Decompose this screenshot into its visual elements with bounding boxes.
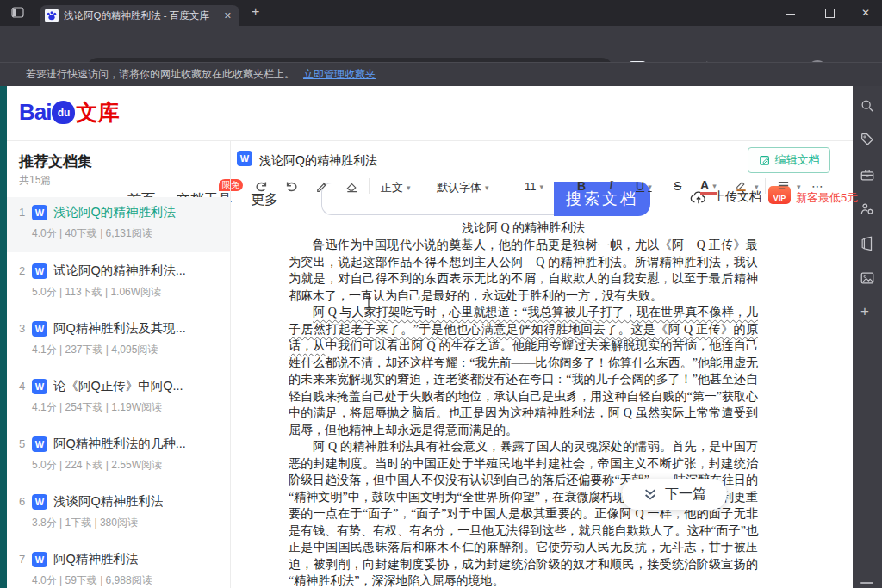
item-number: 3 (19, 322, 32, 335)
sidebar-office-icon[interactable] (860, 236, 875, 251)
sidebar-divider (230, 141, 231, 588)
font-color-button[interactable]: A (700, 179, 717, 195)
browser-titlebar: 浅论阿Q的精神胜利法 - 百度文库 ✕ + ✕ (0, 0, 882, 26)
word-doc-icon: W (32, 552, 47, 567)
item-meta: 4.0分 | 59下载 | 6,988阅读 (32, 573, 230, 588)
item-title[interactable]: 浅论阿Q的精神胜利法 (53, 204, 176, 220)
item-number: 7 (19, 553, 32, 566)
doc-paragraph-1: 鲁迅作为中国现代小说的奠基人，他的作品更是独树一帜，尤以《阿 Q 正传》最为突出… (289, 237, 758, 304)
item-meta: 5.0分 | 113下载 | 1.06W阅读 (32, 285, 230, 300)
sidebar-search-icon[interactable] (860, 98, 875, 114)
header-divider (7, 140, 853, 141)
item-title[interactable]: 阿Q精神胜利法及其现... (53, 320, 186, 337)
undo-icon[interactable] (284, 179, 299, 194)
sidebar-tools-icon[interactable] (860, 167, 875, 183)
item-number: 4 (19, 380, 32, 393)
doc-heading: 浅论阿 Q 的精神胜利法 (289, 219, 758, 237)
word-doc-icon: W (32, 379, 47, 394)
item-meta: 3.8分 | 1下载 | 380阅读 (32, 516, 230, 530)
sidebar-image-icon[interactable] (860, 270, 875, 286)
doc-toolbar: 正文 默认字体 11 B I U S A ⋯ (233, 172, 848, 203)
workspaces-icon[interactable] (11, 7, 24, 18)
doclist-item-3[interactable]: 3W阿Q精神胜利法及其现... 4.1分 | 237下载 | 4,095阅读 (7, 313, 230, 368)
sidebar-hide-handle[interactable] (860, 582, 873, 584)
sidebar-games-icon[interactable] (860, 201, 875, 217)
window-close-button[interactable]: ✕ (861, 7, 870, 19)
italic-button[interactable]: I (609, 179, 613, 193)
item-meta: 4.1分 | 237下载 | 4,095阅读 (32, 343, 230, 357)
doclist-item-5[interactable]: 5W阿Q精神胜利法的几种... 5.0分 | 224下载 | 2.55W阅读 (7, 429, 230, 484)
word-doc-icon: W (32, 436, 47, 452)
doclist-count: 共15篇 (19, 173, 51, 188)
wenku-header: Bai du 文库 首页 文档工具 限免 更多 搜索文档 上传文档 VIP 新客… (7, 86, 853, 140)
item-title[interactable]: 阿Q精神胜利法的几种... (53, 436, 186, 452)
bold-button[interactable]: B (577, 179, 586, 193)
word-doc-icon: W (32, 263, 47, 279)
doclist-item-1[interactable]: 1W浅论阿Q的精神胜利法 4.0分 | 40下载 | 6,131阅读 (7, 197, 230, 252)
new-tab-button[interactable]: + (252, 4, 259, 20)
word-doc-icon: W (32, 321, 47, 337)
browser-toolbar: ← https://wenku.baidu.com/view/8dc648cdb… (0, 26, 882, 62)
underline-button[interactable]: U (636, 179, 652, 193)
doclist-item-7[interactable]: 7W阿Q精神胜利法 4.0分 | 59下载 | 6,988阅读 (7, 544, 230, 588)
strikethrough-button[interactable]: S (674, 179, 681, 193)
item-number: 2 (19, 264, 32, 277)
sidebar-add-icon[interactable]: + (860, 303, 869, 320)
item-number: 6 (19, 495, 32, 508)
redo-icon[interactable] (254, 179, 269, 194)
text-cursor-ibeam (365, 297, 372, 309)
item-number: 1 (19, 206, 32, 219)
logo-bai-text: Bai (19, 99, 51, 126)
doclist-title: 推荐文档集 (19, 152, 92, 171)
font-size-dropdown[interactable]: 11 (525, 180, 543, 193)
window-maximize-button[interactable] (825, 9, 835, 18)
tab-close-icon[interactable]: ✕ (221, 10, 234, 22)
doc-paragraph-3: 阿 Q 的精神胜利法具有社会意义，暴露了国人的灵魂深处的懦弱。首先，是中国万恶的… (289, 438, 758, 588)
item-title[interactable]: 论《阿Q正传》中阿Q... (53, 378, 183, 394)
item-number: 5 (19, 437, 32, 450)
toolbar-separator (369, 178, 370, 194)
item-meta: 4.1分 | 254下载 | 1.19W阅读 (32, 400, 230, 415)
tab-title: 浅论阿Q的精神胜利法 - 百度文库 (64, 9, 216, 22)
doclist-item-6[interactable]: 6W浅谈阿Q精神胜利法 3.8分 | 1下载 | 380阅读 (7, 486, 230, 542)
highlight-color-button[interactable] (735, 179, 758, 193)
browser-tab[interactable]: 浅论阿Q的精神胜利法 - 百度文库 ✕ (40, 5, 239, 26)
eraser-icon[interactable] (345, 179, 359, 194)
next-article-label: 下一篇 (665, 486, 706, 504)
font-family-dropdown[interactable]: 默认字体 (437, 180, 489, 195)
tab-favicon-icon (45, 9, 59, 22)
format-painter-icon[interactable] (314, 179, 329, 194)
doc-word-icon: W (237, 151, 252, 166)
doclist-item-4[interactable]: 4W论《阿Q正传》中阿Q... 4.1分 | 254下载 | 1.19W阅读 (7, 371, 230, 426)
edit-pencil-icon (759, 154, 771, 166)
doc-paragraph-2: 阿 Q 与人家打架吃亏时，心里就想道：“我总算被儿子打了，现在世界真不像样，儿子… (289, 304, 758, 438)
wenku-logo[interactable]: Bai du 文库 (19, 98, 119, 127)
item-meta: 5.0分 | 224下载 | 2.55W阅读 (32, 458, 230, 473)
paragraph-style-dropdown[interactable]: 正文 (381, 180, 411, 195)
edit-doc-label: 编辑文档 (775, 152, 820, 168)
doc-title: 浅论阿Q的精神胜利法 (259, 153, 377, 169)
edit-doc-button[interactable]: 编辑文档 (748, 147, 830, 173)
item-title[interactable]: 浅谈阿Q精神胜利法 (53, 493, 163, 510)
item-title[interactable]: 阿Q精神胜利法 (53, 551, 138, 567)
sidebar-shopping-icon[interactable] (860, 132, 875, 147)
window-minimize-button[interactable] (786, 14, 795, 15)
desktop-edge-strip (0, 86, 7, 588)
align-dropdown[interactable] (777, 179, 800, 193)
doclist-item-2[interactable]: 2W试论阿Q的精神胜利法... 5.0分 | 113下载 | 1.06W阅读 (7, 256, 230, 311)
baidu-paw-icon: du (52, 101, 75, 124)
next-article-button[interactable]: 下一篇 (622, 479, 727, 510)
item-title[interactable]: 试论阿Q的精神胜利法... (53, 263, 186, 279)
favorites-notification-bar: 若要进行快速访问，请将你的网址收藏放在此收藏夹栏上。 立即管理收藏夹 (0, 62, 882, 86)
toolbar-bottom-divider (233, 207, 848, 207)
toolbar-separator (765, 178, 766, 194)
edge-sidebar: + (853, 86, 882, 588)
word-doc-icon: W (32, 494, 47, 510)
document-page[interactable]: 浅论阿 Q 的精神胜利法 鲁迅作为中国现代小说的奠基人，他的作品更是独树一帜，尤… (289, 219, 758, 588)
double-chevron-down-icon (643, 488, 658, 501)
logo-wenku-text: 文库 (76, 98, 119, 127)
toolbar-more-icon[interactable]: ⋯ (811, 179, 824, 193)
item-meta: 4.0分 | 40下载 | 6,131阅读 (32, 226, 230, 241)
manage-favorites-link[interactable]: 立即管理收藏夹 (303, 67, 376, 82)
word-doc-icon: W (32, 205, 47, 220)
